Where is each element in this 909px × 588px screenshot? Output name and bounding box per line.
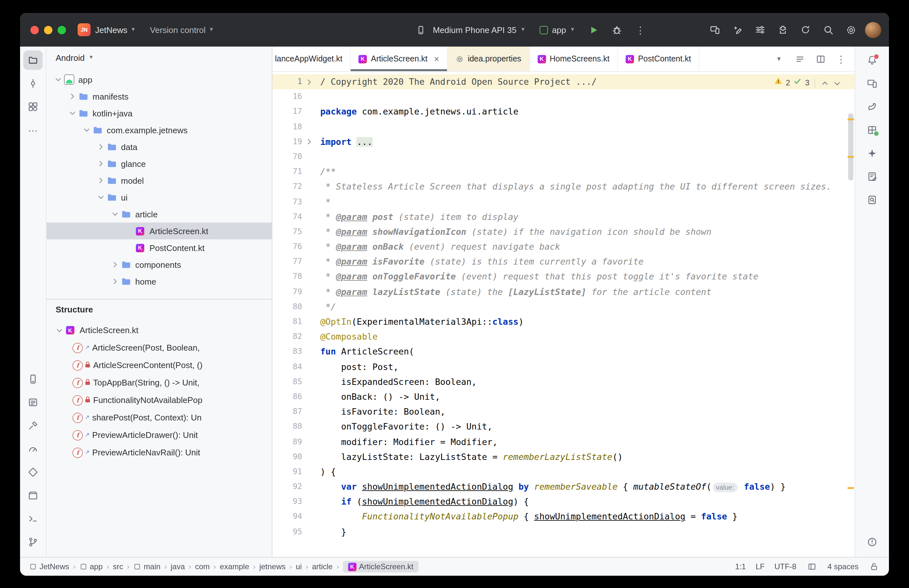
- structure-item[interactable]: fArticleScreenContent(Post, (): [47, 356, 272, 374]
- fold-chevron-icon[interactable]: [302, 74, 316, 89]
- tree-chevron-icon[interactable]: [110, 278, 120, 285]
- gradle-tool-button[interactable]: [862, 97, 882, 116]
- breadcrumb-java[interactable]: java: [171, 562, 185, 571]
- tree-chevron-icon[interactable]: [96, 177, 105, 184]
- code-line-17[interactable]: 17package com.example.jetnews.ui.article: [272, 105, 855, 120]
- search-icon[interactable]: [820, 21, 836, 38]
- warning-stripe-mark[interactable]: [848, 487, 854, 489]
- project-tree-item-components[interactable]: components: [47, 256, 272, 273]
- more-actions-button[interactable]: ⋮: [632, 21, 649, 38]
- code-line-89[interactable]: 89 modifier: Modifier = Modifier,: [272, 435, 855, 449]
- sync-icon[interactable]: [797, 21, 814, 38]
- plugins-icon[interactable]: [775, 21, 791, 38]
- run-configuration-selector[interactable]: app ▼: [536, 22, 579, 37]
- warning-stripe-mark[interactable]: [848, 156, 854, 158]
- line-separator[interactable]: LF: [756, 562, 765, 571]
- structure-item[interactable]: f↗sharePost(Post, Context): Un: [47, 409, 272, 426]
- editor-tab-ArticleScreen.kt[interactable]: KArticleScreen.kt×: [351, 47, 447, 71]
- app-inspection-tool-button[interactable]: [23, 462, 43, 482]
- notifications-tool-button[interactable]: [862, 50, 882, 70]
- code-line-1[interactable]: 1/ Copyright 2020 The Android Open Sourc…: [272, 74, 855, 89]
- code-line-77[interactable]: 77 * @param isFavorite (state) is this i…: [272, 255, 855, 270]
- code-line-95[interactable]: 95 }: [272, 524, 855, 539]
- code-line-90[interactable]: 90 lazyListState: LazyListState = rememb…: [272, 449, 855, 464]
- code-line-73[interactable]: 73 *: [272, 194, 855, 209]
- tree-chevron-icon[interactable]: [96, 194, 105, 201]
- tree-chevron-icon[interactable]: [110, 261, 120, 268]
- tree-chevron-icon[interactable]: [67, 109, 77, 117]
- code-line-88[interactable]: 88 onToggleFavorite: () -> Unit,: [272, 420, 855, 435]
- tree-chevron-icon[interactable]: [67, 92, 77, 100]
- code-line-75[interactable]: 75 * @param showNavigationIcon (state) i…: [272, 225, 855, 239]
- code-line-92[interactable]: 92 var showUnimplementedActionDialog by …: [272, 479, 855, 494]
- project-menu[interactable]: JetNews ▼: [95, 25, 136, 35]
- structure-item[interactable]: f↗PreviewArticleDrawer(): Unit: [47, 426, 272, 444]
- file-encoding[interactable]: UTF-8: [775, 562, 796, 571]
- sliders-icon[interactable]: [752, 21, 769, 38]
- project-tree-item-com.example.jetnews[interactable]: com.example.jetnews: [47, 122, 272, 139]
- project-tree-item-ArticleScreen.kt[interactable]: KArticleScreen.kt: [47, 223, 272, 239]
- structure-root-ArticleScreen.kt[interactable]: KArticleScreen.kt: [47, 321, 272, 339]
- compose-preview-tool-button[interactable]: [862, 167, 882, 186]
- project-tree-item-model[interactable]: model: [47, 172, 272, 189]
- minimize-window-button[interactable]: [44, 26, 52, 34]
- breadcrumb-example[interactable]: example: [220, 562, 249, 571]
- code-line-83[interactable]: 83fun ArticleScreen(: [272, 344, 855, 359]
- breadcrumb-jetnews[interactable]: jetnews: [260, 562, 286, 571]
- build-tool-button[interactable]: [23, 416, 43, 435]
- previous-problem-button[interactable]: [820, 79, 830, 88]
- project-tree-item-home[interactable]: home: [47, 273, 272, 290]
- editor-widget[interactable]: [806, 561, 818, 572]
- project-tool-button[interactable]: [23, 50, 43, 70]
- terminal-tool-button[interactable]: [23, 509, 43, 528]
- code-line-86[interactable]: 86 onBack: () -> Unit,: [272, 389, 855, 404]
- code-line-85[interactable]: 85 isExpandedScreen: Boolean,: [272, 375, 855, 389]
- editor-tab-PostContent.kt[interactable]: KPostContent.kt: [618, 47, 699, 71]
- debug-button[interactable]: [609, 21, 626, 38]
- tree-chevron-icon[interactable]: [82, 126, 91, 134]
- close-tab-icon[interactable]: ×: [434, 54, 439, 63]
- user-avatar[interactable]: [865, 22, 881, 38]
- settings-icon[interactable]: [842, 21, 859, 38]
- close-window-button[interactable]: [31, 26, 39, 34]
- resource-manager-tool-button[interactable]: [862, 120, 882, 140]
- indent-style[interactable]: 4 spaces: [827, 562, 859, 571]
- project-tree-item-app[interactable]: app: [47, 71, 272, 88]
- run-button[interactable]: [586, 21, 602, 38]
- project-tree-item-manifests[interactable]: manifests: [47, 88, 272, 105]
- more-options-button[interactable]: ⋮: [834, 52, 848, 66]
- ai-actions-icon[interactable]: [729, 21, 746, 38]
- mirror-device-icon[interactable]: [707, 21, 723, 38]
- commit-tool-button[interactable]: [23, 74, 43, 93]
- vcs-menu[interactable]: Version control ▼: [150, 25, 214, 35]
- tree-chevron-icon[interactable]: [53, 76, 63, 84]
- inspections-widget[interactable]: 2 3: [773, 76, 842, 90]
- tree-chevron-icon[interactable]: [54, 326, 64, 334]
- project-tree-item-data[interactable]: data: [47, 139, 272, 155]
- code-line-18[interactable]: 18: [272, 120, 855, 134]
- project-tree-item-glance[interactable]: glance: [47, 155, 272, 172]
- code-line-87[interactable]: 87 isFavorite: Boolean,: [272, 404, 855, 419]
- code-line-82[interactable]: 82@Composable: [272, 329, 855, 344]
- device-selector[interactable]: Medium Phone API 35 ▼: [408, 19, 530, 41]
- readonly-toggle[interactable]: [868, 561, 880, 572]
- breadcrumb-article[interactable]: article: [312, 562, 333, 571]
- editor-scrollbar-thumb[interactable]: [848, 113, 853, 181]
- breadcrumb-ArticleScreen.kt[interactable]: KArticleScreen.kt: [343, 561, 418, 572]
- more-tool-button[interactable]: ⋯: [23, 120, 43, 140]
- fold-chevron-icon[interactable]: [302, 134, 316, 149]
- breadcrumb-app[interactable]: app: [79, 562, 103, 571]
- zoom-window-button[interactable]: [58, 26, 66, 34]
- breadcrumb-main[interactable]: main: [133, 562, 160, 571]
- code-line-94[interactable]: 94 FunctionalityNotAvailablePopup { show…: [272, 509, 855, 524]
- structure-item[interactable]: fFunctionalityNotAvailablePop: [47, 391, 272, 409]
- caret-position[interactable]: 1:1: [735, 562, 746, 571]
- breadcrumb-src[interactable]: src: [113, 562, 123, 571]
- code-line-76[interactable]: 76 * @param onBack (event) request navig…: [272, 239, 855, 254]
- device-explorer-tool-button[interactable]: [23, 369, 43, 389]
- code-line-70[interactable]: 70: [272, 149, 855, 164]
- breadcrumb-ui[interactable]: ui: [295, 562, 302, 571]
- tree-chevron-icon[interactable]: [96, 143, 105, 151]
- gemini-tool-button[interactable]: [862, 144, 882, 163]
- code-line-19[interactable]: 19import ...: [272, 134, 855, 149]
